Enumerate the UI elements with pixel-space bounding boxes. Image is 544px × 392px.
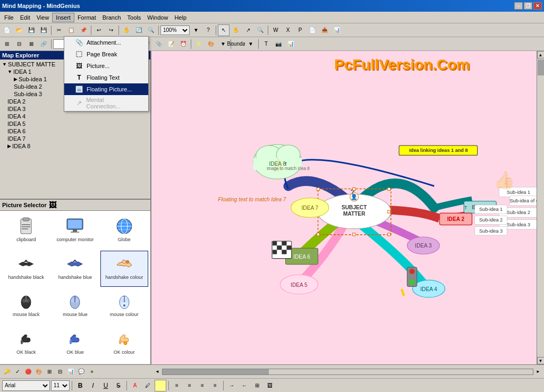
menu-insert[interactable]: Insert — [52, 13, 74, 22]
bold-button[interactable]: B — [74, 380, 86, 391]
tb2-extra2[interactable]: 📷 — [273, 38, 284, 50]
cut-button[interactable]: ✂ — [53, 24, 65, 36]
new-button[interactable]: 📄 — [1, 24, 13, 36]
ppt-button[interactable]: P — [294, 24, 306, 36]
vertical-scrollbar[interactable]: ▲ ▼ — [537, 51, 544, 364]
bg-color-btn[interactable] — [155, 380, 166, 391]
attach-btn[interactable]: 📎 — [153, 38, 165, 50]
tb2-btn3[interactable]: ⊠ — [26, 38, 37, 50]
align-right-btn[interactable]: ≡ — [197, 380, 208, 391]
menu-format[interactable]: Format — [74, 13, 99, 22]
tree-idea5[interactable]: IDEA 5 — [1, 120, 149, 127]
menu-picture[interactable]: 🖼 Picture... — [64, 60, 148, 72]
undo-button[interactable]: ↩ — [93, 24, 105, 36]
tb2-extra1[interactable]: T — [260, 38, 272, 50]
pan-button[interactable]: ✋ — [230, 24, 242, 36]
status-btn8[interactable]: 💬 — [76, 367, 86, 377]
word-button[interactable]: W — [270, 24, 282, 36]
color-btn[interactable]: 🎨 — [205, 38, 217, 50]
scroll-up-button[interactable]: ▲ — [537, 51, 545, 58]
tree-idea8[interactable]: ▶ IDEA 8 — [1, 142, 149, 150]
highlight-btn[interactable]: A — [193, 38, 205, 50]
pic-globe[interactable]: Globe — [100, 213, 148, 250]
menu-attachment[interactable]: 📎 Attachment... — [64, 37, 148, 48]
export2-button[interactable]: 📊 — [331, 24, 343, 36]
italic-button[interactable]: I — [87, 380, 99, 391]
align-center-btn[interactable]: ≡ — [184, 380, 196, 391]
zoom-in-button[interactable]: 🔍 — [254, 24, 266, 36]
h-scroll-thumb[interactable] — [163, 369, 269, 374]
menu-file[interactable]: File — [1, 13, 17, 22]
highlight-color-btn[interactable]: 🖊 — [142, 380, 154, 391]
tree-idea6[interactable]: IDEA 6 — [1, 127, 149, 135]
close-button[interactable]: ✕ — [533, 2, 542, 10]
align-left-btn[interactable]: ≡ — [171, 380, 183, 391]
insert-img-btn[interactable]: 🖼 — [264, 380, 276, 391]
pic-handshake-colour[interactable]: handshake colour — [100, 251, 148, 287]
menu-page-break[interactable]: Page Break — [64, 48, 148, 60]
tb2-btn4[interactable]: 🔗 — [38, 38, 49, 50]
underline-button[interactable]: U — [100, 380, 112, 391]
search-button[interactable]: 🔍 — [145, 24, 157, 36]
note-btn[interactable]: 📝 — [165, 38, 177, 50]
pic-mouse-colour[interactable]: mouse colour — [100, 288, 148, 325]
tree-idea7[interactable]: IDEA 7 — [1, 135, 149, 142]
scroll-down-button[interactable]: ▼ — [537, 357, 545, 364]
save2-button[interactable]: 💾 — [38, 24, 49, 36]
zoom-dropdown[interactable]: ▼ — [190, 24, 202, 36]
open-button[interactable]: 📂 — [13, 24, 25, 36]
status-btn7[interactable]: 📊 — [66, 367, 75, 377]
font-color-btn[interactable]: A — [129, 380, 141, 391]
refresh-button[interactable]: 🔄 — [133, 24, 144, 36]
tree-idea4[interactable]: IDEA 4 — [1, 113, 149, 120]
menu-branch[interactable]: Branch — [99, 13, 124, 22]
alarm-btn[interactable]: ⏰ — [177, 38, 189, 50]
tb2-extra3[interactable]: 📊 — [285, 38, 296, 50]
paste-button[interactable]: 📌 — [78, 24, 89, 36]
status-btn3[interactable]: 🔴 — [23, 367, 33, 377]
pic-handshake-blue[interactable]: handshake blue — [51, 251, 99, 287]
menu-tools[interactable]: Tools — [124, 13, 144, 22]
font-size-select[interactable]: 11 8 10 12 14 — [51, 380, 70, 391]
save-button[interactable]: 💾 — [26, 24, 37, 36]
pic-ok-colour[interactable]: OK colour — [100, 326, 148, 362]
scroll-right-button[interactable]: ► — [534, 368, 542, 376]
tb2-btn2[interactable]: ⊟ — [13, 38, 25, 50]
status-btn6[interactable]: ⊟ — [55, 367, 65, 377]
hand-button[interactable]: ✋ — [121, 24, 132, 36]
help-button[interactable]: ? — [202, 24, 214, 36]
font-select[interactable]: Arial Times New Roman Courier — [2, 380, 50, 391]
pic-ok-blue[interactable]: OK blue — [51, 326, 99, 362]
excel-button[interactable]: X — [282, 24, 294, 36]
boundary-btn[interactable]: Boundary — [233, 38, 244, 50]
boundary-down[interactable]: ▼ — [245, 38, 257, 50]
indent-out-btn[interactable]: ← — [239, 380, 250, 391]
menu-floating-picture[interactable]: Floating Picture... — [64, 83, 148, 95]
pic-computer-monitor[interactable]: computer monitor — [51, 213, 99, 250]
restore-button[interactable]: ❐ — [524, 2, 532, 10]
redo-button[interactable]: ↪ — [105, 24, 117, 36]
pic-clipboard[interactable]: clipboard — [2, 213, 50, 250]
copy-button[interactable]: 📋 — [65, 24, 77, 36]
pic-ok-black[interactable]: OK black — [2, 326, 50, 362]
status-btn4[interactable]: 🎨 — [34, 367, 44, 377]
expand-btn[interactable]: » — [87, 367, 97, 377]
zoom-select[interactable]: 100% 75% 50% 125% 150% — [160, 25, 190, 35]
tb2-btn1[interactable]: ⊞ — [1, 38, 13, 50]
status-btn5[interactable]: ⊞ — [45, 367, 54, 377]
pic-mouse-blue[interactable]: mouse blue — [51, 288, 99, 325]
minimize-button[interactable]: ─ — [514, 2, 523, 10]
select-button[interactable]: ↖ — [218, 24, 230, 36]
menu-edit[interactable]: Edit — [17, 13, 33, 22]
menu-floating-text[interactable]: T Floating Text — [64, 72, 148, 83]
menu-view[interactable]: View — [33, 13, 53, 22]
h-scroll-track[interactable] — [162, 369, 533, 375]
pic-mouse-black[interactable]: mouse black — [2, 288, 50, 325]
status-btn1[interactable]: 🔑 — [2, 367, 12, 377]
scroll-track[interactable] — [537, 58, 544, 357]
connect-button[interactable]: ↗ — [242, 24, 254, 36]
pdf-button[interactable]: 📄 — [307, 24, 318, 36]
scroll-thumb[interactable] — [538, 59, 544, 75]
strikethrough-button[interactable]: S̶ — [113, 380, 124, 391]
menu-window[interactable]: Window — [144, 13, 171, 22]
